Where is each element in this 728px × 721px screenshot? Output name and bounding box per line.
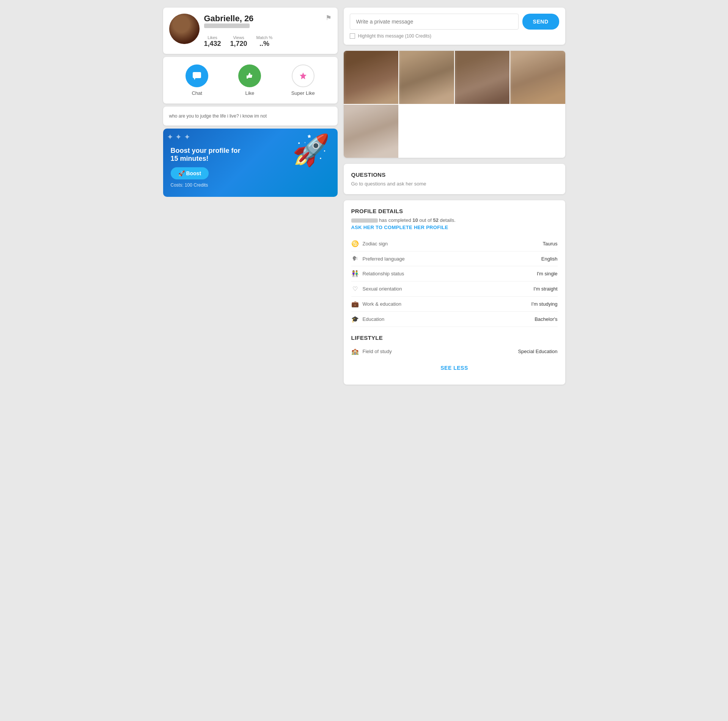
education-label: Education [363,316,385,322]
orientation-label: Sexual orientation [363,286,402,292]
relationship-icon: 👫 [351,270,359,277]
photos-card [344,51,565,158]
match-stat: Match % ..% [256,35,273,48]
zodiac-icon: ♋ [351,240,359,247]
questions-subtitle: Go to questions and ask her some [351,181,558,187]
work-value: I'm studying [531,301,558,307]
field-of-study-label: Field of study [363,349,392,354]
boost-stars-decoration: ✦ ✦ ✦ [167,132,190,141]
chat-button[interactable]: Chat [186,64,208,96]
send-button[interactable]: SEND [522,14,559,30]
profile-card: Gabrielle, 26 Likes 1,432 Views 1,720 Ma… [163,8,338,54]
like-icon [238,64,261,87]
education-row: 🎓 Education Bachelor's [351,312,558,327]
likes-label: Likes [204,35,221,40]
field-of-study-row: 🏫 Field of study Special Education [351,344,558,359]
zodiac-value: Taurus [542,241,557,247]
photo-item-5[interactable] [344,105,399,158]
highlight-row: Highlight this message (100 Credits) [350,33,559,39]
message-input-row: SEND [350,14,559,30]
match-label: Match % [256,35,273,40]
chat-label: Chat [192,90,202,96]
profile-stats: Likes 1,432 Views 1,720 Match % ..% [204,35,332,48]
completed-text: has completed 10 out of 52 details. [351,217,558,223]
svg-marker-1 [194,78,195,80]
action-buttons: Chat Like [171,64,330,96]
education-icon: 🎓 [351,316,359,323]
likes-stat: Likes 1,432 [204,35,221,48]
work-label: Work & education [363,301,401,307]
questions-card: QUESTIONS Go to questions and ask her so… [344,164,565,194]
superlike-label: Super Like [291,90,315,96]
message-input[interactable] [350,14,519,30]
views-value: 1,720 [230,40,247,48]
photo-item-2[interactable] [399,51,454,104]
field-of-study-value: Special Education [518,349,557,354]
username-redacted [351,218,378,223]
views-stat: Views 1,720 [230,35,247,48]
highlight-label: Highlight this message (100 Credits) [358,33,431,39]
bio-card: who are you to judge the life i live? i … [163,107,338,126]
likes-value: 1,432 [204,40,221,48]
work-icon: 💼 [351,300,359,308]
field-of-study-icon: 🏫 [351,348,359,355]
like-label: Like [245,90,254,96]
relationship-row: 👫 Relationship status I'm single [351,266,558,281]
language-left: 🗣 Preferred language [351,255,405,262]
education-left: 🎓 Education [351,316,385,323]
education-value: Bachelor's [535,316,557,322]
flag-icon[interactable]: ⚑ [325,14,332,22]
message-card: SEND Highlight this message (100 Credits… [344,8,565,45]
relationship-label: Relationship status [363,271,404,276]
superlike-button[interactable]: Super Like [291,64,315,96]
relationship-value: I'm single [537,271,558,276]
orientation-value: I'm straight [533,286,557,292]
language-value: English [541,256,558,262]
photos-grid [344,51,565,158]
highlight-checkbox[interactable] [350,33,355,39]
like-button[interactable]: Like [238,64,261,96]
lifestyle-section: LIFESTYLE 🏫 Field of study Special Educa… [351,335,558,359]
left-panel: Gabrielle, 26 Likes 1,432 Views 1,720 Ma… [163,8,338,385]
boost-rocket-icon: 🚀 [292,132,330,168]
boost-banner: ✦ ✦ ✦ 🚀 Boost your profile for 15 minute… [163,129,338,197]
avatar [169,14,200,44]
photo-item-1[interactable] [344,51,399,104]
work-left: 💼 Work & education [351,300,401,308]
orientation-icon: ♡ [351,285,359,292]
lifestyle-title: LIFESTYLE [351,335,558,341]
zodiac-left: ♋ Zodiac sign [351,240,388,247]
profile-name: Gabrielle, 26 [204,14,332,24]
profile-username [204,24,250,28]
boost-cost: Costs: 100 Credits [171,182,330,188]
photo-item-3[interactable] [455,51,510,104]
boost-title: Boost your profile for 15 minutes! [171,147,247,163]
views-label: Views [230,35,247,40]
see-less-link[interactable]: SEE LESS [351,359,558,377]
photo-item-4[interactable] [510,51,565,104]
orientation-row: ♡ Sexual orientation I'm straight [351,281,558,297]
zodiac-row: ♋ Zodiac sign Taurus [351,236,558,251]
profile-info: Gabrielle, 26 Likes 1,432 Views 1,720 Ma… [204,14,332,48]
zodiac-label: Zodiac sign [363,241,388,247]
work-row: 💼 Work & education I'm studying [351,297,558,312]
svg-rect-0 [193,72,201,78]
chat-icon [186,64,208,87]
right-panel: SEND Highlight this message (100 Credits… [344,8,565,385]
actions-card: Chat Like [163,57,338,104]
language-row: 🗣 Preferred language English [351,251,558,266]
relationship-left: 👫 Relationship status [351,270,404,277]
match-value: ..% [256,40,273,48]
completed-total: 52 [433,217,439,223]
language-icon: 🗣 [351,255,359,262]
boost-button[interactable]: 🚀 Boost [171,167,209,179]
completed-count: 10 [412,217,418,223]
orientation-left: ♡ Sexual orientation [351,285,402,292]
field-of-study-left: 🏫 Field of study [351,348,392,355]
profile-details-title: PROFILE DETAILS [351,208,558,214]
bio-text: who are you to judge the life i live? i … [169,113,332,119]
ask-complete-link[interactable]: ASK HER TO COMPLETE HER PROFILE [351,225,558,230]
profile-details-card: PROFILE DETAILS has completed 10 out of … [344,200,565,385]
language-label: Preferred language [363,256,405,262]
questions-title: QUESTIONS [351,171,558,178]
